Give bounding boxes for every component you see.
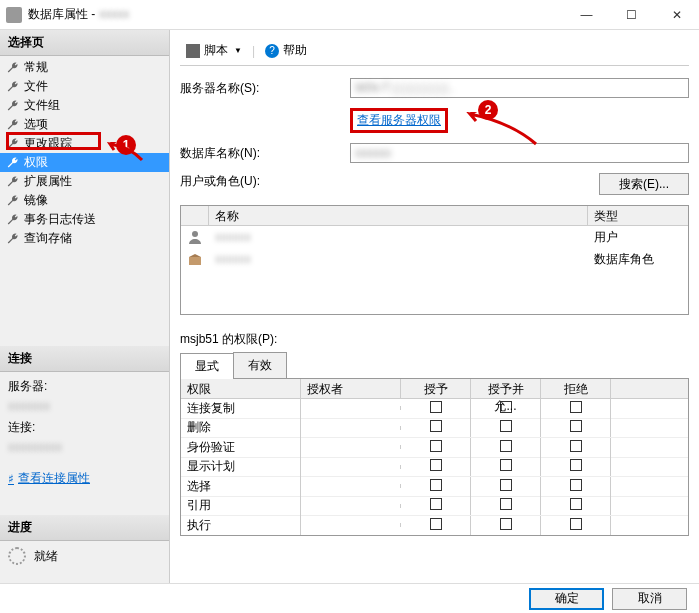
perm-name: 连接复制 (181, 398, 301, 419)
permission-row[interactable]: 删除 (181, 419, 688, 439)
help-button[interactable]: ? 帮助 (259, 40, 313, 61)
sidebar-item-2[interactable]: 文件组 (0, 96, 169, 115)
perm-grantor (301, 484, 401, 488)
db-name-input[interactable]: xxxxxx (350, 143, 689, 163)
nav-label: 文件 (24, 78, 48, 95)
minimize-button[interactable]: — (564, 0, 609, 30)
deny-checkbox[interactable] (570, 459, 582, 471)
permissions-tabs: 显式 有效 (180, 352, 689, 379)
with-grant-checkbox[interactable] (500, 459, 512, 471)
tab-explicit[interactable]: 显式 (180, 353, 234, 379)
toolbar: 脚本 ▼ | ? 帮助 (180, 36, 689, 66)
perm-grantor (301, 426, 401, 430)
nav-label: 更改跟踪 (24, 135, 72, 152)
wrench-icon (6, 194, 20, 208)
grant-checkbox[interactable] (430, 440, 442, 452)
perm-name: 执行 (181, 515, 301, 536)
col-perm[interactable]: 权限 (181, 379, 301, 398)
deny-checkbox[interactable] (570, 440, 582, 452)
server-name-input[interactable]: WIN-T | | | | | | | | | . (350, 78, 689, 98)
sidebar-item-3[interactable]: 选项 (0, 115, 169, 134)
svg-point-0 (192, 231, 198, 237)
with-grant-checkbox[interactable] (500, 498, 512, 510)
sidebar-item-8[interactable]: 事务日志传送 (0, 210, 169, 229)
grant-checkbox[interactable] (430, 498, 442, 510)
nav-label: 常规 (24, 59, 48, 76)
grant-checkbox[interactable] (430, 401, 442, 413)
sidebar-item-9[interactable]: 查询存储 (0, 229, 169, 248)
perm-grantor (301, 504, 401, 508)
svg-rect-1 (189, 257, 201, 265)
with-grant-checkbox[interactable] (500, 479, 512, 491)
wrench-icon (6, 61, 20, 75)
nav-label: 选项 (24, 116, 48, 133)
with-grant-checkbox[interactable] (500, 518, 512, 530)
wrench-icon (6, 232, 20, 246)
dialog-footer: 确定 取消 (0, 583, 699, 613)
with-grant-checkbox[interactable] (500, 420, 512, 432)
sidebar-item-0[interactable]: 常规 (0, 58, 169, 77)
view-server-permissions-link[interactable]: 查看服务器权限 (350, 108, 448, 133)
permission-row[interactable]: 执行 (181, 516, 688, 536)
row-icon (181, 251, 209, 267)
table-row[interactable]: xxxxxx用户 (181, 226, 688, 248)
sidebar-item-7[interactable]: 镜像 (0, 191, 169, 210)
deny-checkbox[interactable] (570, 420, 582, 432)
table-row[interactable]: xxxxxx数据库角色 (181, 248, 688, 270)
row-name: xxxxxx (209, 252, 588, 266)
col-type[interactable]: 类型 (588, 206, 688, 225)
with-grant-checkbox[interactable] (500, 440, 512, 452)
nav-label: 扩展属性 (24, 173, 72, 190)
col-deny[interactable]: 拒绝 (541, 379, 611, 398)
progress-header: 进度 (0, 515, 169, 541)
chevron-down-icon: ▼ (234, 46, 242, 55)
close-button[interactable]: ✕ (654, 0, 699, 30)
cancel-button[interactable]: 取消 (612, 588, 687, 610)
grant-checkbox[interactable] (430, 479, 442, 491)
progress-spinner-icon (8, 547, 26, 565)
deny-checkbox[interactable] (570, 498, 582, 510)
view-connection-link[interactable]: ♯ 查看连接属性 (0, 466, 169, 491)
deny-checkbox[interactable] (570, 401, 582, 413)
row-type: 用户 (588, 229, 688, 246)
wrench-icon (6, 156, 20, 170)
sidebar-item-5[interactable]: 权限 (0, 153, 169, 172)
grant-checkbox[interactable] (430, 518, 442, 530)
deny-checkbox[interactable] (570, 518, 582, 530)
row-icon (181, 229, 209, 245)
perm-grantor (301, 523, 401, 527)
tab-effective[interactable]: 有效 (233, 352, 287, 378)
search-button[interactable]: 搜索(E)... (599, 173, 689, 195)
deny-checkbox[interactable] (570, 479, 582, 491)
sidebar-item-1[interactable]: 文件 (0, 77, 169, 96)
permission-row[interactable]: 显示计划 (181, 458, 688, 478)
grant-checkbox[interactable] (430, 420, 442, 432)
permission-row[interactable]: 引用 (181, 497, 688, 517)
sidebar-item-6[interactable]: 扩展属性 (0, 172, 169, 191)
permission-row[interactable]: 连接复制 (181, 399, 688, 419)
server-value: xxxxxxx (8, 397, 161, 419)
script-button[interactable]: 脚本 ▼ (180, 40, 248, 61)
perm-name: 删除 (181, 417, 301, 438)
col-grantor[interactable]: 授权者 (301, 379, 401, 398)
wrench-icon (6, 213, 20, 227)
select-page-header: 选择页 (0, 30, 169, 56)
permission-row[interactable]: 身份验证 (181, 438, 688, 458)
col-with-grant[interactable]: 授予并允... (471, 379, 541, 398)
col-name[interactable]: 名称 (209, 206, 588, 225)
title-bar: 数据库属性 -xxxxx — ☐ ✕ (0, 0, 699, 30)
row-type: 数据库角色 (588, 251, 688, 268)
link-icon: ♯ (8, 472, 14, 486)
ok-button[interactable]: 确定 (529, 588, 604, 610)
wrench-icon (6, 118, 20, 132)
perm-grantor (301, 465, 401, 469)
progress-status: 就绪 (34, 548, 58, 565)
maximize-button[interactable]: ☐ (609, 0, 654, 30)
col-grant[interactable]: 授予 (401, 379, 471, 398)
perm-grantor (301, 445, 401, 449)
row-name: xxxxxx (209, 230, 588, 244)
permissions-title: msjb51 的权限(P): (180, 331, 689, 348)
grant-checkbox[interactable] (430, 459, 442, 471)
sidebar-item-4[interactable]: 更改跟踪 (0, 134, 169, 153)
permission-row[interactable]: 选择 (181, 477, 688, 497)
